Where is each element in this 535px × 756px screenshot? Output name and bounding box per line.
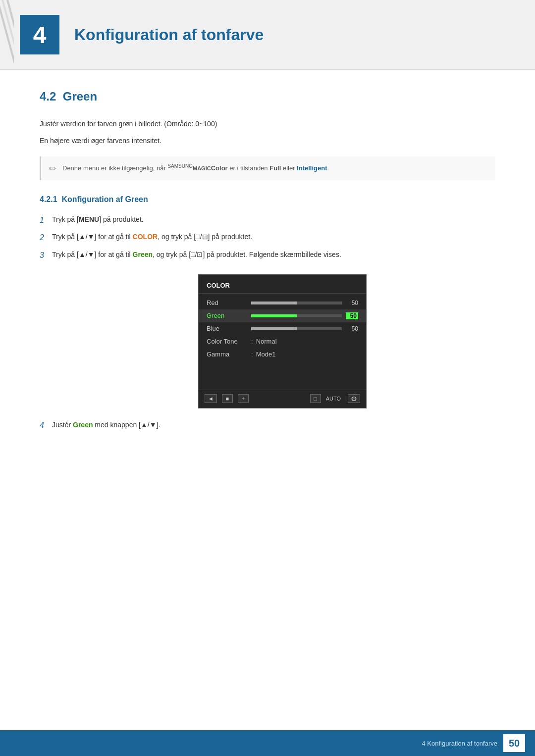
osd-row-blue: Blue 50 (199, 322, 366, 335)
osd-btn-left: ◄ (205, 394, 217, 403)
note-icon: ✏ (49, 163, 56, 174)
description-1: Justér værdien for farven grøn i billede… (40, 118, 495, 129)
osd-menu: COLOR Red 50 Green 50 (198, 274, 367, 408)
footer-page-number: 50 (503, 734, 525, 752)
chapter-number: 4 (20, 15, 59, 54)
osd-auto-label: AUTO (326, 396, 341, 402)
osd-bottom-bar: ◄ ■ + □ AUTO ⏻ (199, 390, 366, 405)
osd-btn-plus: + (238, 394, 249, 403)
osd-row-empty-2 (199, 374, 366, 387)
osd-btn-display: □ (310, 394, 321, 403)
description-2: En højere værdi øger farvens intensitet. (40, 135, 495, 146)
step-1: 1 Tryk på [MENU] på produktet. (40, 214, 495, 227)
chapter-header: 4 Konfiguration af tonfarve (0, 0, 535, 70)
note-text: Denne menu er ikke tilgængelig, når SAMS… (62, 162, 329, 174)
osd-title: COLOR (199, 280, 366, 294)
osd-row-empty-1 (199, 361, 366, 374)
header-decoration (0, 0, 14, 69)
monitor-screenshot: COLOR Red 50 Green 50 (69, 274, 495, 408)
step-2: 2 Tryk på [▲/▼] for at gå til COLOR, og … (40, 231, 495, 244)
svg-line-1 (2, 0, 14, 69)
section-title: 4.2 Green (40, 90, 495, 103)
osd-row-gamma: Gamma : Mode1 (199, 348, 366, 361)
footer-chapter-label: 4 Konfiguration af tonfarve (422, 740, 498, 747)
step-3: 3 Tryk på [▲/▼] for at gå til Green, og … (40, 249, 495, 262)
osd-row-green: Green 50 (199, 309, 366, 322)
note-box: ✏ Denne menu er ikke tilgængelig, når SA… (40, 156, 495, 180)
subsection-title: 4.2.1 Konfiguration af Green (40, 195, 495, 204)
osd-row-colortone: Color Tone : Normal (199, 335, 366, 348)
page-footer: 4 Konfiguration af tonfarve 50 (0, 730, 535, 756)
osd-btn-power: ⏻ (348, 394, 360, 403)
osd-btn-select: ■ (222, 394, 233, 403)
steps-list: 1 Tryk på [MENU] på produktet. 2 Tryk på… (40, 214, 495, 262)
chapter-title: Konfiguration af tonfarve (74, 26, 264, 44)
osd-row-red: Red 50 (199, 297, 366, 309)
main-content: 4.2 Green Justér værdien for farven grøn… (0, 90, 535, 469)
step-4: 4 Justér Green med knappen [▲/▼]. (40, 421, 495, 430)
